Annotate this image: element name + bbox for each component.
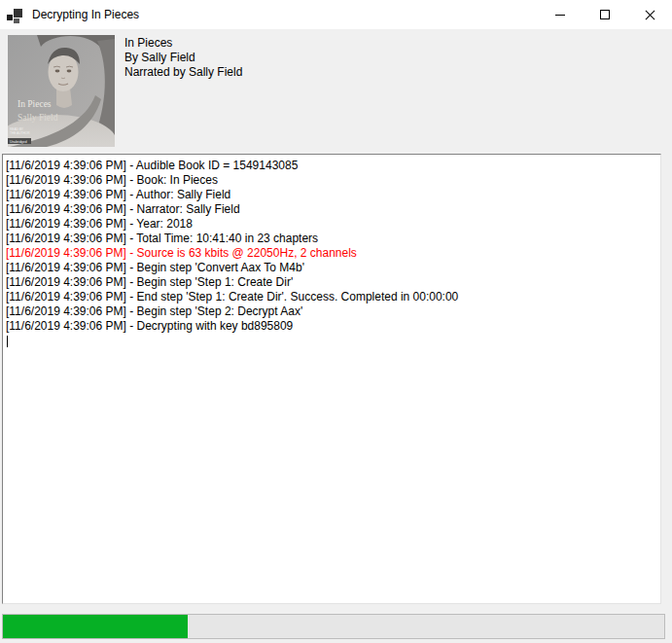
cover-author-text: Sally Field (18, 113, 58, 123)
cover-readby-line2: THE AUTHOR (10, 131, 30, 135)
app-icon-block (7, 15, 13, 20)
log-line: [11/6/2019 4:39:06 PM] - Narrator: Sally… (6, 202, 658, 217)
log-line: [11/6/2019 4:39:06 PM] - Book: In Pieces (6, 173, 658, 188)
log-line: [11/6/2019 4:39:06 PM] - Source is 63 kb… (6, 246, 658, 261)
cover-edition-text: Unabridged (10, 140, 27, 144)
cover-eye-right (67, 70, 72, 73)
app-icon-block (14, 9, 22, 18)
log-line: [11/6/2019 4:39:06 PM] - Year: 2018 (6, 217, 658, 232)
app-window: Decrypting In Pieces (0, 0, 672, 643)
log-line: [11/6/2019 4:39:06 PM] - Total Time: 10:… (6, 232, 658, 246)
log-line: [11/6/2019 4:39:06 PM] - Author: Sally F… (6, 188, 658, 202)
log-line: [11/6/2019 4:39:06 PM] - Begin step 'Ste… (6, 304, 658, 319)
book-narrator-line: Narrated by Sally Field (124, 65, 242, 80)
maximize-button[interactable] (583, 0, 627, 29)
book-cover-image: In Pieces Sally Field READ BY THE AUTHOR… (8, 35, 115, 147)
log-line: [11/6/2019 4:39:06 PM] - Audible Book ID… (6, 159, 658, 173)
progress-fill (3, 615, 188, 638)
log-line: [11/6/2019 4:39:06 PM] - Begin step 'Ste… (6, 275, 658, 290)
maximize-icon (600, 10, 610, 19)
app-icon (7, 7, 23, 23)
window-controls (538, 0, 672, 29)
cover-eye-left (55, 70, 60, 73)
log-caret-line (6, 334, 658, 348)
cover-title-text: In Pieces (18, 99, 52, 109)
log-line: [11/6/2019 4:39:06 PM] - Decrypting with… (6, 319, 658, 334)
book-author-line: By Sally Field (124, 51, 242, 65)
log-textbox[interactable]: [11/6/2019 4:39:06 PM] - Audible Book ID… (2, 154, 661, 604)
app-icon-block (14, 18, 19, 23)
book-info: In Pieces By Sally Field Narrated by Sal… (124, 36, 242, 80)
log-line: [11/6/2019 4:39:06 PM] - End step 'Step … (6, 290, 658, 304)
book-title: In Pieces (124, 36, 242, 51)
minimize-icon (555, 15, 565, 16)
minimize-button[interactable] (538, 0, 583, 29)
progress-bar (2, 614, 665, 639)
window-title: Decrypting In Pieces (32, 0, 538, 29)
text-caret (7, 336, 8, 347)
titlebar[interactable]: Decrypting In Pieces (0, 0, 672, 29)
close-button[interactable] (627, 0, 672, 29)
log-line: [11/6/2019 4:39:06 PM] - Begin step 'Con… (6, 261, 658, 275)
close-icon (645, 10, 654, 19)
